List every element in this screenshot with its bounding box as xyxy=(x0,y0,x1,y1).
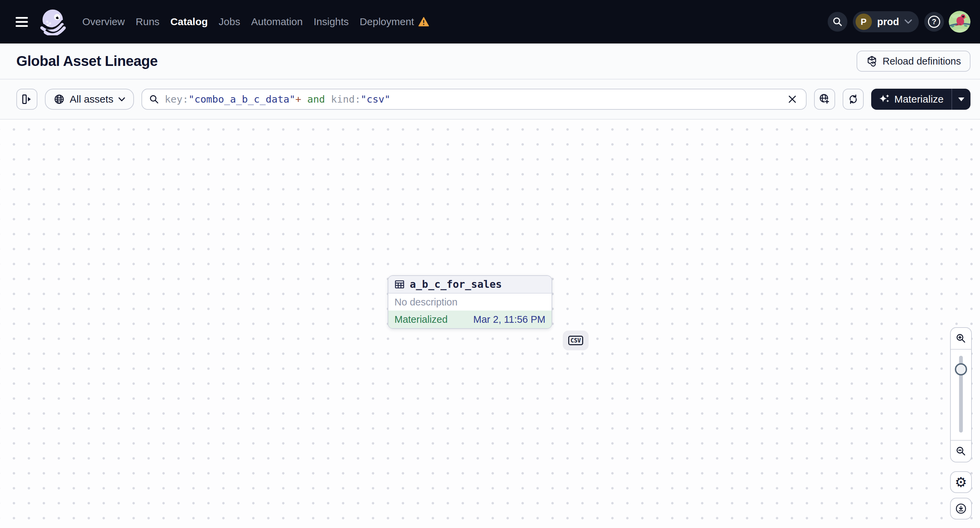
asset-kind-badge[interactable]: CSV xyxy=(563,331,589,350)
chevron-down-icon xyxy=(905,19,912,24)
zoom-in-icon xyxy=(956,333,966,344)
nav-item-deployment-wrap: Deployment xyxy=(360,16,429,27)
materialize-label: Materialize xyxy=(894,94,943,105)
asset-materialized-timestamp: Mar 2, 11:56 PM xyxy=(473,314,546,325)
nav-item-insights[interactable]: Insights xyxy=(313,16,348,27)
asset-description: No description xyxy=(388,293,552,311)
asset-status-badge: Materialized xyxy=(395,314,447,325)
nav-item-jobs[interactable]: Jobs xyxy=(219,16,240,27)
materialize-split-button: Materialize xyxy=(871,89,970,110)
gear-icon: ⚙ xyxy=(955,475,967,489)
help-button[interactable]: ? xyxy=(924,12,944,32)
user-avatar[interactable] xyxy=(949,11,970,33)
help-icon: ? xyxy=(928,16,940,28)
lineage-graph-canvas[interactable]: a_b_c_for_sales No description Materiali… xyxy=(0,120,980,528)
clear-search-button[interactable] xyxy=(786,92,799,106)
search-icon xyxy=(149,94,159,104)
zoom-slider-handle[interactable] xyxy=(955,363,967,376)
environment-avatar: P xyxy=(856,14,872,30)
menu-icon[interactable] xyxy=(16,13,34,31)
global-search-button[interactable] xyxy=(828,12,847,32)
top-navbar: Overview Runs Catalog Jobs Automation In… xyxy=(0,0,980,43)
materialize-options-button[interactable] xyxy=(952,89,970,110)
graph-settings-button[interactable]: ⚙ xyxy=(950,471,972,493)
refresh-icon xyxy=(848,94,859,105)
nav-item-overview[interactable]: Overview xyxy=(82,16,125,27)
nav-item-deployment[interactable]: Deployment xyxy=(360,16,414,27)
globe-plus-icon xyxy=(819,94,830,105)
asset-scope-dropdown[interactable]: All assets xyxy=(45,89,134,110)
environment-switcher[interactable]: P prod xyxy=(853,11,919,32)
query-kind-token: kind: xyxy=(331,94,360,105)
zoom-slider[interactable] xyxy=(951,350,971,440)
sparkles-icon xyxy=(879,94,890,105)
filter-to-group-button[interactable] xyxy=(814,89,835,110)
graph-view-controls: ⚙ xyxy=(950,327,972,520)
dagster-logo-icon[interactable] xyxy=(40,8,66,35)
lineage-toolbar: All assets key:"combo_a_b_c_data"+ and k… xyxy=(0,79,980,120)
primary-nav: Overview Runs Catalog Jobs Automation In… xyxy=(82,16,429,27)
reload-definitions-icon xyxy=(866,55,878,67)
reload-definitions-button[interactable]: Reload definitions xyxy=(857,51,970,72)
query-kind-value: "csv" xyxy=(361,94,390,105)
asset-node-header: a_b_c_for_sales xyxy=(388,276,552,293)
refresh-button[interactable] xyxy=(843,89,864,110)
asset-search-input[interactable]: key:"combo_a_b_c_data"+ and kind:"csv" xyxy=(142,89,807,110)
query-key-token: key: xyxy=(165,94,188,105)
download-image-button[interactable] xyxy=(950,498,972,520)
query-and-operator: and xyxy=(301,94,331,105)
page-header: Global Asset Lineage Reload definitions xyxy=(0,43,980,79)
caret-down-icon xyxy=(958,98,964,101)
nav-item-automation[interactable]: Automation xyxy=(251,16,303,27)
nav-item-runs[interactable]: Runs xyxy=(136,16,159,27)
search-icon xyxy=(832,16,843,27)
zoom-control-group xyxy=(950,327,972,462)
environment-name: prod xyxy=(877,16,899,27)
asset-node[interactable]: a_b_c_for_sales No description Materiali… xyxy=(388,275,552,329)
reload-definitions-label: Reload definitions xyxy=(882,56,961,67)
asset-scope-label: All assets xyxy=(70,94,113,105)
open-sidebar-button[interactable] xyxy=(16,89,37,110)
warning-icon[interactable] xyxy=(418,17,429,27)
query-plus-operator: + xyxy=(296,94,301,105)
globe-icon xyxy=(54,94,65,105)
zoom-out-button[interactable] xyxy=(951,441,971,462)
query-key-value: "combo_a_b_c_data" xyxy=(188,94,295,105)
asset-node-footer: Materialized Mar 2, 11:56 PM xyxy=(388,311,552,328)
asset-name: a_b_c_for_sales xyxy=(410,278,502,290)
nav-item-catalog[interactable]: Catalog xyxy=(170,16,208,27)
panel-open-icon xyxy=(21,94,32,105)
search-query-text: key:"combo_a_b_c_data"+ and kind:"csv" xyxy=(165,94,390,105)
zoom-in-button[interactable] xyxy=(951,328,971,349)
table-icon xyxy=(395,279,405,290)
csv-kind-icon: CSV xyxy=(568,336,584,345)
materialize-button[interactable]: Materialize xyxy=(871,89,951,110)
chevron-down-icon xyxy=(118,97,125,101)
close-icon xyxy=(788,94,797,104)
download-icon xyxy=(955,503,967,514)
zoom-out-icon xyxy=(956,446,966,457)
page-title: Global Asset Lineage xyxy=(16,53,158,69)
